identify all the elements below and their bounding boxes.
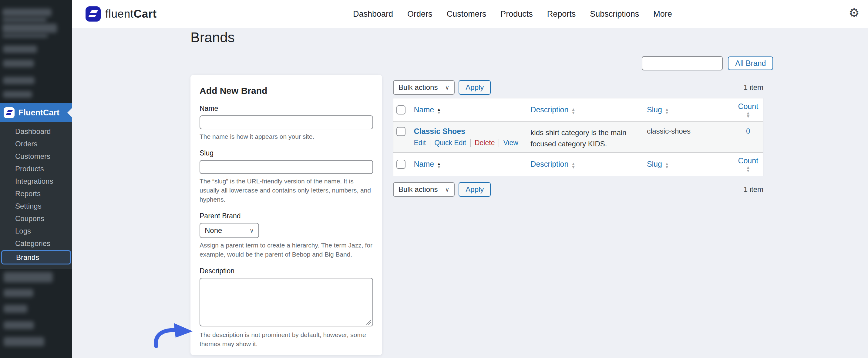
sort-icons: ▲▼ (571, 162, 575, 169)
top-header-bar: fluentCart Dashboard Orders Customers Pr… (72, 0, 868, 28)
search-input[interactable] (642, 56, 723, 71)
sidebar-item-brands[interactable]: Brands (1, 250, 71, 265)
name-help-text: The name is how it appears on your site. (199, 132, 373, 141)
sidebar-item-blurred[interactable] (3, 60, 34, 67)
edit-link[interactable]: Edit (414, 139, 426, 147)
sort-icons: ▲▼ (437, 162, 441, 169)
items-count: 1 item (744, 185, 763, 194)
column-header-description[interactable]: Description (530, 105, 568, 114)
sidebar-item-coupons[interactable]: Coupons (0, 212, 72, 225)
all-brand-button[interactable]: All Brand (728, 56, 773, 70)
sidebar-item-orders[interactable]: Orders (0, 138, 72, 150)
select-all-checkbox[interactable] (396, 105, 405, 114)
sidebar-item-blurred[interactable] (2, 34, 48, 38)
sidebar-item-integrations[interactable]: Integrations (0, 175, 72, 187)
sidebar-item-blurred[interactable] (3, 91, 32, 98)
sort-desc-icon: ▼ (746, 169, 750, 172)
list-toolbar-bottom: Bulk actions ∨ Apply 1 item (393, 182, 763, 197)
sidebar-item-blurred[interactable] (4, 321, 34, 329)
bulk-actions-select[interactable]: Bulk actions ∨ (393, 182, 455, 197)
card-title: Add New Brand (199, 86, 373, 96)
chevron-down-icon: ∨ (250, 227, 254, 234)
tab-more[interactable]: More (653, 9, 672, 19)
fluentcart-logo-text: fluentCart (105, 7, 157, 20)
slug-input[interactable] (199, 160, 373, 174)
sidebar-item-blurred[interactable] (2, 8, 52, 17)
column-header-count[interactable]: Count (738, 102, 758, 111)
row-actions: Edit Quick Edit Delete View (414, 139, 524, 147)
top-navigation: Dashboard Orders Customers Products Repo… (353, 0, 672, 28)
sort-icons: ▲▼ (571, 108, 575, 114)
tab-dashboard[interactable]: Dashboard (353, 9, 393, 19)
items-count: 1 item (744, 83, 763, 92)
sidebar-item-blurred[interactable] (3, 46, 37, 53)
sidebar-item-reports[interactable]: Reports (0, 187, 72, 200)
column-header-count[interactable]: Count (738, 156, 758, 165)
list-toolbar-top: Bulk actions ∨ Apply 1 item (393, 80, 763, 95)
sidebar-item-dashboard[interactable]: Dashboard (0, 125, 72, 138)
apply-button[interactable]: Apply (459, 182, 491, 197)
sidebar-item-categories[interactable]: Categories (0, 237, 72, 250)
column-header-slug[interactable]: Slug (647, 105, 662, 114)
sort-desc-icon: ▼ (665, 111, 669, 114)
tab-customers[interactable]: Customers (447, 9, 487, 19)
tab-reports[interactable]: Reports (547, 9, 576, 19)
sidebar-item-blurred[interactable] (4, 337, 44, 346)
parent-brand-label: Parent Brand (199, 212, 373, 220)
logo-text-bold: Cart (134, 7, 157, 20)
sidebar-item-blurred[interactable] (2, 24, 57, 33)
sidebar-item-blurred[interactable] (2, 18, 47, 22)
fluentcart-submenu: Dashboard Orders Customers Products Inte… (0, 122, 72, 269)
resize-handle-icon[interactable] (366, 320, 371, 325)
sort-desc-icon: ▼ (665, 165, 669, 169)
name-input[interactable] (199, 115, 373, 129)
all-brand-button-label: All Brand (735, 59, 766, 68)
apply-button[interactable]: Apply (459, 80, 491, 95)
column-header-name[interactable]: Name (414, 160, 434, 168)
parent-brand-selected-value: None (205, 226, 222, 235)
sidebar-item-blurred[interactable] (4, 305, 27, 313)
sidebar-item-logs[interactable]: Logs (0, 225, 72, 237)
add-new-brand-card: Add New Brand Name The name is how it ap… (190, 75, 382, 355)
sidebar-item-products[interactable]: Products (0, 162, 72, 175)
sort-desc-icon: ▼ (437, 111, 441, 114)
bulk-actions-select[interactable]: Bulk actions ∨ (393, 80, 455, 95)
table-header-row: Name▲▼ Description▲▼ Slug▲▼ Count▲▼ (393, 99, 763, 122)
bulk-actions-label: Bulk actions (399, 185, 438, 194)
slug-help-text: The “slug” is the URL-friendly version o… (199, 177, 373, 204)
sort-icons: ▲▼ (665, 108, 669, 114)
brand-count-link[interactable]: 0 (746, 127, 750, 135)
description-label: Description (199, 267, 373, 275)
description-textarea[interactable] (199, 278, 373, 326)
sidebar-item-blurred[interactable] (4, 272, 53, 282)
tab-orders[interactable]: Orders (407, 9, 432, 19)
sort-icons: ▲▼ (665, 162, 669, 169)
table-row: Classic Shoes Edit Quick Edit Delete Vie… (393, 122, 763, 153)
sidebar-item-settings[interactable]: Settings (0, 200, 72, 212)
sort-icons: ▲▼ (437, 108, 441, 114)
tab-subscriptions[interactable]: Subscriptions (590, 9, 639, 19)
sidebar-fluentcart-label: FluentCart (19, 108, 59, 117)
name-field-group: Name The name is how it appears on your … (199, 105, 373, 141)
parent-brand-select[interactable]: None ∨ (199, 223, 259, 238)
row-checkbox[interactable] (396, 127, 405, 136)
sidebar-item-blurred[interactable] (4, 289, 33, 297)
tab-products[interactable]: Products (500, 9, 533, 19)
quick-edit-link[interactable]: Quick Edit (430, 139, 466, 147)
name-label: Name (199, 105, 373, 113)
view-link[interactable]: View (499, 139, 518, 147)
sort-icons: ▲▼ (746, 166, 750, 172)
brand-name-link[interactable]: Classic Shoes (414, 127, 465, 136)
fluentcart-logo: fluentCart (86, 6, 157, 22)
select-all-checkbox[interactable] (396, 160, 405, 169)
gear-icon[interactable]: ⚙ (848, 7, 860, 19)
column-header-name[interactable]: Name (414, 105, 434, 114)
parent-brand-field-group: Parent Brand None ∨ Assign a parent term… (199, 212, 373, 259)
delete-link[interactable]: Delete (470, 139, 495, 147)
column-header-description[interactable]: Description (530, 160, 568, 168)
sidebar-item-fluentcart[interactable]: FluentCart (0, 103, 72, 122)
sidebar-item-blurred[interactable] (3, 77, 35, 84)
annotation-arrow-icon (153, 321, 199, 349)
sidebar-item-customers[interactable]: Customers (0, 150, 72, 162)
column-header-slug[interactable]: Slug (647, 160, 662, 168)
